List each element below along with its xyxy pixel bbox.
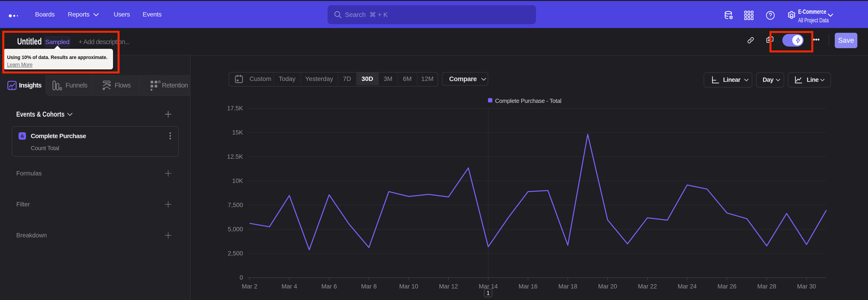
svg-text:12.5K: 12.5K xyxy=(227,153,243,160)
svg-text:5,000: 5,000 xyxy=(228,226,243,233)
svg-text:Mar 30: Mar 30 xyxy=(797,283,816,290)
svg-text:Mar 6: Mar 6 xyxy=(321,283,337,290)
svg-text:Mar 22: Mar 22 xyxy=(638,283,657,290)
svg-text:Mar 4: Mar 4 xyxy=(281,283,297,290)
svg-text:Mar 12: Mar 12 xyxy=(439,283,458,290)
svg-text:Mar 8: Mar 8 xyxy=(361,283,377,290)
svg-text:7,500: 7,500 xyxy=(228,202,243,208)
svg-text:Mar 24: Mar 24 xyxy=(678,283,697,290)
svg-text:Mar 16: Mar 16 xyxy=(519,283,537,290)
svg-text:Mar 28: Mar 28 xyxy=(757,283,776,290)
svg-text:17.5K: 17.5K xyxy=(227,105,243,112)
svg-text:Mar 10: Mar 10 xyxy=(399,283,418,290)
svg-text:15K: 15K xyxy=(232,129,243,136)
svg-text:Complete Purchase - Total: Complete Purchase - Total xyxy=(495,97,561,104)
svg-text:2,500: 2,500 xyxy=(228,250,243,257)
svg-text:10K: 10K xyxy=(232,177,243,184)
svg-text:Mar 26: Mar 26 xyxy=(717,283,737,290)
svg-text:Mar 20: Mar 20 xyxy=(598,283,617,290)
svg-text:1: 1 xyxy=(487,290,490,296)
svg-text:0: 0 xyxy=(240,274,243,281)
svg-text:Mar 18: Mar 18 xyxy=(558,283,577,290)
svg-text:Mar 2: Mar 2 xyxy=(242,283,257,290)
